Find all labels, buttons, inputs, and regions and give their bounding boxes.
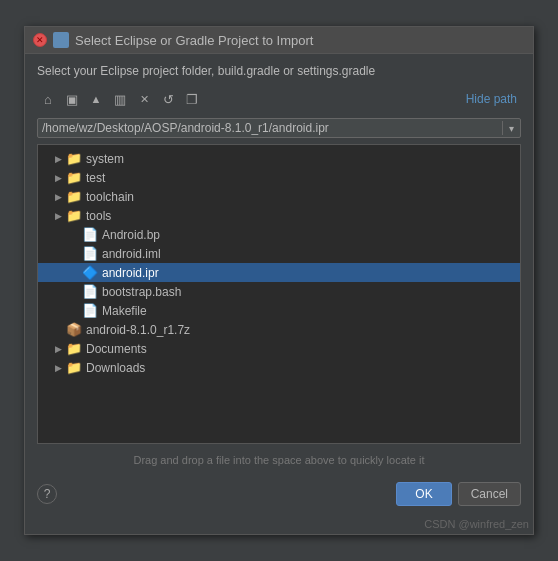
toolbar: ⌂ ▣ ▲ ▥ ✕ ↺ ❐ Hide path	[37, 86, 521, 112]
close-button[interactable]: ✕	[33, 33, 47, 47]
delete-button[interactable]: ✕	[133, 88, 155, 110]
folder-button[interactable]: ▣	[61, 88, 83, 110]
tree-item-label: android.iml	[102, 247, 161, 261]
path-bar: /home/wz/Desktop/AOSP/android-8.1.0_r1/a…	[37, 118, 521, 138]
file-icon: 📄	[82, 227, 98, 242]
tree-item-label: android-8.1.0_r1.7z	[86, 323, 190, 337]
help-button[interactable]: ?	[37, 484, 57, 504]
tree-item-label: Downloads	[86, 361, 145, 375]
watermark: CSDN @winfred_zen	[25, 516, 533, 534]
tree-item-makefile[interactable]: 📄 Makefile	[38, 301, 520, 320]
refresh-button[interactable]: ↺	[157, 88, 179, 110]
main-dialog: ✕ Select Eclipse or Gradle Project to Im…	[24, 26, 534, 535]
title-bar: ✕ Select Eclipse or Gradle Project to Im…	[25, 27, 533, 54]
tree-item-system[interactable]: ▶ 📁 system	[38, 149, 520, 168]
dialog-footer: ? OK Cancel	[25, 476, 533, 516]
home-button[interactable]: ⌂	[37, 88, 59, 110]
tree-item-android-7z[interactable]: 📦 android-8.1.0_r1.7z	[38, 320, 520, 339]
ok-button[interactable]: OK	[396, 482, 451, 506]
drag-hint-text: Drag and drop a file into the space abov…	[37, 450, 521, 468]
tree-item-tools[interactable]: ▶ 📁 tools	[38, 206, 520, 225]
instruction-text: Select your Eclipse project folder, buil…	[37, 64, 521, 78]
file-tree: ▶ 📁 system ▶ 📁 test ▶ 📁 toolchain ▶ 📁 to…	[37, 144, 521, 444]
hide-path-button[interactable]: Hide path	[462, 90, 521, 108]
file-icon: 📄	[82, 303, 98, 318]
tree-item-label: Makefile	[102, 304, 147, 318]
tree-item-bootstrap-bash[interactable]: 📄 bootstrap.bash	[38, 282, 520, 301]
tree-item-label: toolchain	[86, 190, 134, 204]
tree-item-documents[interactable]: ▶ 📁 Documents	[38, 339, 520, 358]
dialog-title: Select Eclipse or Gradle Project to Impo…	[75, 33, 525, 48]
tree-item-test[interactable]: ▶ 📁 test	[38, 168, 520, 187]
folder-icon: 📁	[66, 170, 82, 185]
file-icon: 📄	[82, 284, 98, 299]
folder-icon: 📁	[66, 189, 82, 204]
tree-item-label: system	[86, 152, 124, 166]
folder-icon: 📁	[66, 360, 82, 375]
archive-file-icon: 📦	[66, 322, 82, 337]
dialog-body: Select your Eclipse project folder, buil…	[25, 54, 533, 476]
folder-icon: 📁	[66, 151, 82, 166]
ipr-file-icon: 🔷	[82, 265, 98, 280]
up-folder-button[interactable]: ▲	[85, 88, 107, 110]
tree-item-label: tools	[86, 209, 111, 223]
new-folder-button[interactable]: ▥	[109, 88, 131, 110]
tree-item-android-iml[interactable]: 📄 android.iml	[38, 244, 520, 263]
folder-icon: 📁	[66, 208, 82, 223]
file-icon: 📄	[82, 246, 98, 261]
path-text: /home/wz/Desktop/AOSP/android-8.1.0_r1/a…	[42, 121, 502, 135]
tree-item-android-bp[interactable]: 📄 Android.bp	[38, 225, 520, 244]
copy-button[interactable]: ❐	[181, 88, 203, 110]
cancel-button[interactable]: Cancel	[458, 482, 521, 506]
tree-item-toolchain[interactable]: ▶ 📁 toolchain	[38, 187, 520, 206]
tree-item-label: Android.bp	[102, 228, 160, 242]
tree-item-label: test	[86, 171, 105, 185]
tree-item-label: android.ipr	[102, 266, 159, 280]
dialog-icon	[53, 32, 69, 48]
path-dropdown-icon[interactable]: ▾	[502, 121, 516, 135]
tree-item-label: Documents	[86, 342, 147, 356]
tree-item-label: bootstrap.bash	[102, 285, 181, 299]
folder-icon: 📁	[66, 341, 82, 356]
tree-item-android-ipr[interactable]: 🔷 android.ipr	[38, 263, 520, 282]
tree-item-downloads[interactable]: ▶ 📁 Downloads	[38, 358, 520, 377]
